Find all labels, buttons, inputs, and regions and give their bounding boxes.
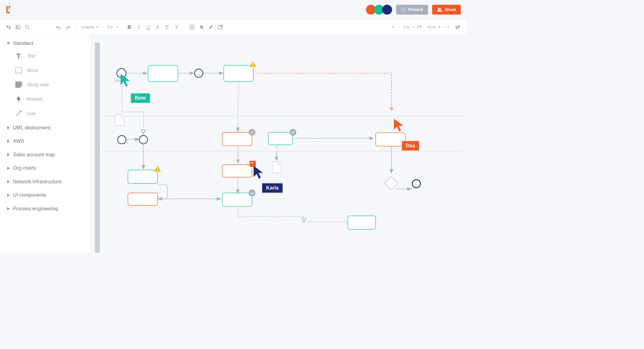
task-rect[interactable] xyxy=(222,132,252,146)
caret-right-icon xyxy=(7,167,10,170)
border-icon[interactable] xyxy=(188,23,196,31)
diagram-canvas[interactable]: Beto Karla Dax xyxy=(90,35,466,253)
section-header-aws[interactable]: AWS xyxy=(7,138,83,144)
task-rect[interactable] xyxy=(222,193,252,207)
document-shape[interactable] xyxy=(272,161,281,173)
section-label: Network infrastructure xyxy=(13,179,61,185)
section-header-standard[interactable]: Standard xyxy=(7,40,83,46)
swimlane-divider xyxy=(105,116,462,116)
line-select-caret[interactable] xyxy=(389,23,397,31)
svg-point-1 xyxy=(438,8,440,10)
intermediate-event[interactable] xyxy=(139,135,148,144)
task-rect[interactable] xyxy=(268,132,293,145)
font-family-value: Graphik xyxy=(82,25,94,29)
shape-item-hotspot[interactable]: Hotspot xyxy=(15,95,83,103)
intermediate-event[interactable] xyxy=(194,69,203,78)
line-width-value: 2 px xyxy=(403,25,410,29)
share-button[interactable]: Share xyxy=(432,5,461,15)
svg-rect-3 xyxy=(16,25,20,29)
check-icon xyxy=(290,129,297,136)
fill-icon[interactable] xyxy=(197,23,206,31)
gateway[interactable] xyxy=(384,176,398,190)
minus-icon[interactable]: − xyxy=(398,25,400,29)
task-rect[interactable] xyxy=(222,164,252,177)
bold-icon[interactable]: B xyxy=(125,23,134,31)
pencil-icon[interactable] xyxy=(207,23,215,31)
present-label: Present xyxy=(408,7,423,12)
sticky-icon xyxy=(15,81,23,89)
cursor-label-dax: Dax xyxy=(402,141,419,150)
section-standard: Standard T Text Block Sticky note Hotspo xyxy=(7,40,83,117)
document-shape[interactable] xyxy=(115,114,125,126)
svg-rect-16 xyxy=(251,162,252,163)
presence-dot-3[interactable] xyxy=(382,5,392,15)
shape-item-label: Line xyxy=(27,111,35,116)
arrow-end-select[interactable] xyxy=(444,23,452,31)
gear-icon[interactable] xyxy=(4,23,12,31)
line-elbow-icon[interactable] xyxy=(416,23,424,31)
cursor-karla xyxy=(253,165,264,181)
swap-arrows-icon[interactable] xyxy=(454,23,462,31)
section-header-process[interactable]: Process engineering xyxy=(7,206,83,212)
svg-point-7 xyxy=(202,28,204,29)
image-icon[interactable] xyxy=(14,23,22,31)
section-header-network[interactable]: Network infrastructure xyxy=(7,179,83,185)
section-header-ui[interactable]: UI components xyxy=(7,192,83,198)
undo-icon[interactable] xyxy=(54,23,62,31)
minus-icon[interactable]: − xyxy=(102,25,104,29)
task-rect[interactable] xyxy=(128,170,158,184)
svg-rect-10 xyxy=(444,27,449,27)
shape-item-block[interactable]: Block xyxy=(15,66,83,74)
play-icon xyxy=(401,7,406,11)
section-label: Org charts xyxy=(13,165,36,171)
cursor-label-beto: Beto xyxy=(131,93,150,103)
shapes-sidebar: Standard T Text Block Sticky note Hotspo xyxy=(0,35,90,253)
end-event[interactable] xyxy=(412,179,421,188)
start-event[interactable] xyxy=(117,135,126,144)
checklist-icon[interactable] xyxy=(216,23,224,31)
line-width-stepper[interactable]: − 2 px + xyxy=(398,25,415,29)
clear-format-icon[interactable] xyxy=(173,23,181,31)
underline-icon[interactable]: U xyxy=(144,23,152,31)
plus-icon[interactable]: + xyxy=(116,25,118,29)
task-rect[interactable] xyxy=(128,193,158,206)
task-rect[interactable] xyxy=(347,216,376,230)
chevron-down-icon xyxy=(438,26,441,28)
font-family-select[interactable]: Graphik xyxy=(79,24,101,30)
svg-point-5 xyxy=(25,25,29,28)
resize-handle[interactable] xyxy=(115,80,120,82)
line-icon xyxy=(15,110,23,117)
share-label: Share xyxy=(445,7,456,12)
task-rect[interactable] xyxy=(148,65,178,82)
svg-rect-11 xyxy=(16,68,22,73)
plus-icon[interactable]: + xyxy=(412,25,415,29)
line-style-select[interactable]: None xyxy=(425,24,443,30)
font-size-stepper[interactable]: − 8 pt + xyxy=(102,25,118,29)
section-label: UML deployment xyxy=(13,125,50,131)
shape-item-sticky[interactable]: Sticky note xyxy=(15,81,83,89)
italic-icon[interactable]: I xyxy=(135,23,143,31)
gateway-small[interactable] xyxy=(343,220,348,225)
search-icon[interactable] xyxy=(23,23,31,31)
section-label: UI components xyxy=(13,192,46,198)
section-label: Sales account map xyxy=(13,152,55,158)
text-color-icon[interactable]: A xyxy=(154,23,162,31)
caret-right-icon xyxy=(7,126,10,129)
section-header-org[interactable]: Org charts xyxy=(7,165,83,171)
shape-item-line[interactable]: Line xyxy=(15,110,83,117)
diagram-content: Beto Karla Dax xyxy=(95,35,466,253)
shape-item-text[interactable]: T Text xyxy=(15,52,83,60)
people-icon xyxy=(437,7,442,11)
section-header-sales[interactable]: Sales account map xyxy=(7,152,83,158)
align-icon[interactable] xyxy=(163,23,171,31)
main-area: Standard T Text Block Sticky note Hotspo xyxy=(0,35,466,253)
swimlane-divider xyxy=(105,151,462,151)
task-rect[interactable] xyxy=(224,65,254,82)
present-button[interactable]: Present xyxy=(396,5,428,15)
svg-point-9 xyxy=(221,25,223,27)
task-rect[interactable] xyxy=(375,132,406,146)
svg-point-4 xyxy=(17,26,18,27)
svg-rect-12 xyxy=(252,63,253,65)
redo-icon[interactable] xyxy=(64,23,72,31)
section-header-uml[interactable]: UML deployment xyxy=(7,125,83,131)
